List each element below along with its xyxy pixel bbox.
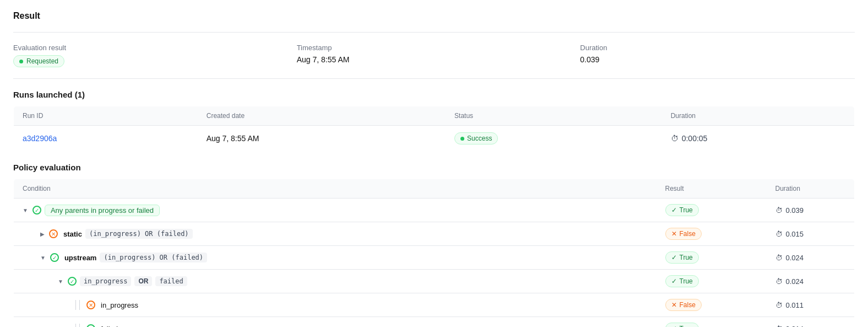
policy-dur-val-6: ⏱ 0.014: [775, 325, 846, 328]
expand-arrow-2[interactable]: [40, 231, 45, 237]
clock-icon-6: ⏱: [775, 325, 783, 328]
policy-row-1: ✓ Any parents in progress or failed ✓ Tr…: [14, 199, 855, 222]
policy-duration-6: ⏱ 0.014: [767, 317, 855, 328]
policy-dur-text-5: 0.011: [786, 301, 804, 309]
success-badge: Success: [454, 132, 498, 144]
vert-line-6a: [75, 324, 76, 327]
policy-col-condition: Condition: [14, 179, 657, 199]
result-check-3: ✓: [671, 254, 677, 261]
vert-line-6b: [79, 324, 80, 327]
requested-badge: Requested: [13, 55, 64, 67]
success-label: Success: [467, 135, 492, 142]
static-label: static: [63, 230, 82, 238]
result-text-4: True: [680, 277, 693, 285]
policy-dur-val-4: ⏱ 0.024: [775, 277, 846, 286]
result-text-2: False: [680, 230, 696, 238]
cond-cell-3: ✓ upstream (in_progress) OR (failed): [23, 253, 648, 262]
requested-dot: [19, 60, 23, 63]
policy-result-5: ✕ False: [657, 293, 767, 317]
result-check-4: ✓: [671, 277, 677, 285]
run-duration-text: 0:00:05: [682, 134, 708, 143]
policy-table: Condition Result Duration ✓ Any parents …: [13, 179, 855, 327]
policy-dur-text-6: 0.014: [786, 325, 804, 328]
policy-condition-2: ✕ static (in_progress) OR (failed): [14, 222, 657, 246]
policy-duration-5: ⏱ 0.011: [767, 293, 855, 317]
condition-label-1: Any parents in progress or failed: [45, 205, 160, 216]
result-badge-1: ✓ True: [665, 204, 699, 216]
check-icon-4: ✓: [68, 277, 77, 286]
expand-arrow-4[interactable]: [58, 278, 63, 285]
duration-col: Duration 0.039: [580, 44, 855, 67]
table-row: a3d2906a Aug 7, 8:55 AM Success ⏱ 0:00:0…: [14, 126, 855, 152]
divider-runs: [13, 78, 855, 79]
policy-condition-4: ✓ in_progress OR failed: [14, 270, 657, 293]
vert-line-5b: [79, 300, 80, 310]
result-badge-2: ✕ False: [665, 228, 702, 240]
policy-duration-4: ⏱ 0.024: [767, 270, 855, 293]
col-status: Status: [446, 106, 662, 126]
divider-top: [13, 32, 855, 33]
cond-cell-5: ✕ in_progress: [23, 300, 648, 310]
clock-icon-2: ⏱: [775, 230, 783, 238]
col-run-id: Run ID: [14, 106, 198, 126]
check-icon-1: ✓: [32, 206, 41, 215]
policy-title: Policy evaluation: [13, 163, 855, 172]
result-text-6: True: [680, 325, 693, 327]
vert-lines-6: [75, 324, 80, 327]
policy-dur-text-4: 0.024: [786, 277, 804, 286]
condition-tag4b: failed: [155, 276, 187, 286]
expand-arrow-1[interactable]: [23, 207, 28, 213]
evaluation-status-badge: Requested: [13, 55, 288, 67]
policy-row-2: ✕ static (in_progress) OR (failed) ✕ Fal…: [14, 222, 855, 246]
run-id-cell: a3d2906a: [14, 126, 198, 152]
policy-dur-val-2: ⏱ 0.015: [775, 230, 846, 238]
cond-cell-6: ✓ failed: [23, 324, 648, 327]
condition-tag-3: (in_progress) OR (failed): [100, 253, 207, 262]
run-id-link[interactable]: a3d2906a: [23, 134, 57, 143]
run-duration-cell: ⏱ 0:00:05: [662, 126, 855, 152]
policy-dur-val-1: ⏱ 0.039: [775, 206, 846, 215]
status-cell: Success: [446, 126, 662, 152]
result-x-2: ✕: [671, 230, 677, 238]
runs-table-header: Run ID Created date Status Duration: [14, 106, 855, 126]
timestamp-col: Timestamp Aug 7, 8:55 AM: [297, 44, 572, 67]
policy-result-2: ✕ False: [657, 222, 767, 246]
policy-condition-1: ✓ Any parents in progress or failed: [14, 199, 657, 222]
policy-table-header: Condition Result Duration: [14, 179, 855, 199]
created-date-cell: Aug 7, 8:55 AM: [198, 126, 446, 152]
result-check-1: ✓: [671, 206, 677, 214]
page-title: Result: [13, 11, 855, 21]
duration-label: Duration: [580, 44, 855, 52]
runs-title: Runs launched (1): [13, 90, 855, 99]
result-badge-3: ✓ True: [665, 251, 699, 264]
condition-tag4a: in_progress: [80, 276, 131, 286]
policy-duration-1: ⏱ 0.039: [767, 199, 855, 222]
result-text-1: True: [680, 206, 693, 214]
policy-dur-text-2: 0.015: [786, 230, 804, 238]
policy-dur-val-3: ⏱ 0.024: [775, 254, 846, 262]
expand-arrow-3[interactable]: [40, 255, 46, 261]
success-dot: [460, 137, 464, 141]
policy-condition-3: ✓ upstream (in_progress) OR (failed): [14, 246, 657, 270]
clock-icon-1: ⏱: [775, 206, 783, 215]
x-icon-5: ✕: [86, 301, 95, 309]
policy-condition-6: ✓ failed: [14, 317, 657, 328]
run-duration-value: ⏱ 0:00:05: [671, 134, 845, 143]
result-x-5: ✕: [671, 301, 677, 309]
policy-dur-text-1: 0.039: [786, 206, 804, 215]
clock-icon-4: ⏱: [775, 277, 783, 286]
evaluation-result-label: Evaluation result: [13, 44, 288, 52]
policy-duration-3: ⏱ 0.024: [767, 246, 855, 270]
policy-row-5: ✕ in_progress ✕ False ⏱ 0.011: [14, 293, 855, 317]
check-icon-3: ✓: [50, 253, 59, 262]
policy-dur-val-5: ⏱ 0.011: [775, 301, 846, 309]
policy-result-6: ✓ True: [657, 317, 767, 328]
policy-dur-text-3: 0.024: [786, 254, 804, 262]
col-duration: Duration: [662, 106, 855, 126]
vert-line-5a: [75, 300, 76, 310]
timestamp-label: Timestamp: [297, 44, 572, 52]
policy-result-1: ✓ True: [657, 199, 767, 222]
policy-result-4: ✓ True: [657, 270, 767, 293]
or-label-4: OR: [134, 276, 152, 286]
policy-col-result: Result: [657, 179, 767, 199]
